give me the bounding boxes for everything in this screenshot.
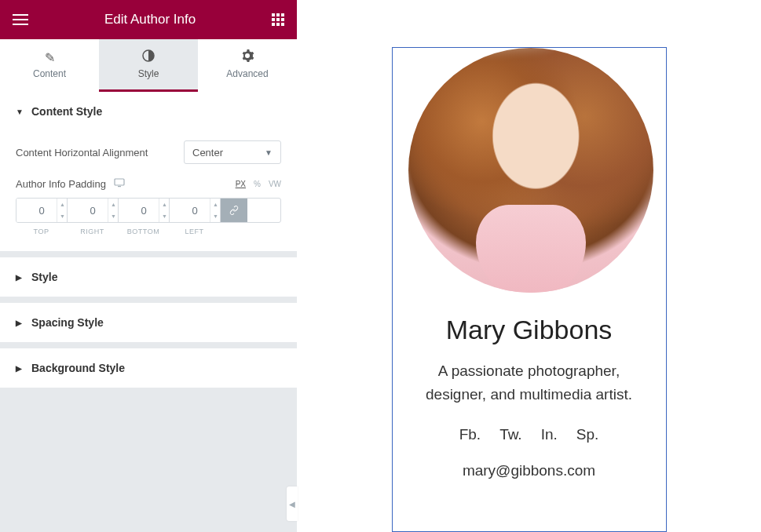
section-style-title: Style — [31, 271, 57, 283]
tab-style-label: Style — [138, 68, 159, 79]
collapse-panel-button[interactable]: ◀ — [287, 486, 298, 521]
dim-label-right: RIGHT — [67, 228, 118, 235]
gear-icon — [241, 49, 254, 65]
alignment-label: Content Horizontal Alignment — [16, 147, 148, 159]
svg-rect-1 — [276, 13, 280, 16]
section-style-header[interactable]: ▶ Style — [0, 257, 297, 297]
section-background-title: Background Style — [31, 362, 125, 374]
link-values-button[interactable] — [221, 199, 247, 222]
spinner-left[interactable]: ▲▼ — [210, 199, 221, 222]
unit-percent[interactable]: % — [254, 180, 261, 188]
tab-style[interactable]: Style — [99, 39, 198, 92]
author-email: mary@gibbons.com — [408, 462, 650, 479]
author-bio: A passionate photographer, designer, and… — [408, 359, 650, 407]
caret-right-icon: ▶ — [16, 364, 22, 373]
svg-rect-5 — [281, 18, 284, 21]
caret-down-icon: ▼ — [16, 107, 22, 116]
social-tw[interactable]: Tw. — [499, 426, 522, 443]
spinner-bottom[interactable]: ▲▼ — [159, 199, 170, 222]
unit-vw[interactable]: VW — [269, 180, 281, 188]
author-avatar — [408, 48, 653, 293]
pencil-icon: ✎ — [45, 50, 55, 65]
contrast-icon — [142, 49, 155, 65]
social-in[interactable]: In. — [541, 426, 558, 443]
panel-title: Edit Author Info — [104, 12, 196, 27]
section-content-style-header[interactable]: ▼ Content Style — [0, 92, 297, 131]
svg-rect-8 — [281, 23, 284, 26]
svg-rect-6 — [272, 23, 275, 26]
svg-rect-2 — [281, 13, 284, 16]
section-spacing-title: Spacing Style — [31, 316, 104, 329]
caret-right-icon: ▶ — [16, 273, 22, 282]
author-name: Mary Gibbons — [408, 315, 650, 345]
dim-label-bottom: BOTTOM — [118, 228, 169, 235]
author-card: Mary Gibbons A passionate photographer, … — [392, 47, 667, 532]
desktop-icon[interactable] — [114, 178, 125, 190]
chevron-down-icon: ▼ — [265, 148, 273, 157]
section-spacing-header[interactable]: ▶ Spacing Style — [0, 303, 297, 342]
dim-label-top: TOP — [16, 228, 67, 235]
apps-grid-icon[interactable] — [272, 13, 284, 26]
section-background-header[interactable]: ▶ Background Style — [0, 348, 297, 388]
hamburger-menu-icon[interactable] — [13, 14, 28, 25]
tab-content[interactable]: ✎ Content — [0, 39, 99, 92]
svg-rect-0 — [272, 13, 275, 16]
tab-content-label: Content — [33, 68, 66, 79]
svg-rect-10 — [115, 179, 124, 185]
spinner-top[interactable]: ▲▼ — [57, 199, 68, 222]
spinner-right[interactable]: ▲▼ — [108, 199, 119, 222]
unit-px[interactable]: PX — [236, 180, 246, 188]
social-sp[interactable]: Sp. — [576, 426, 599, 443]
social-fb[interactable]: Fb. — [459, 426, 481, 443]
tab-advanced-label: Advanced — [226, 68, 268, 79]
alignment-value: Center — [192, 147, 223, 159]
section-content-style-title: Content Style — [31, 105, 102, 118]
svg-rect-7 — [276, 23, 280, 26]
svg-rect-3 — [272, 18, 275, 21]
svg-rect-4 — [276, 18, 280, 21]
dim-label-left: LEFT — [169, 228, 220, 235]
alignment-select[interactable]: Center ▼ — [184, 140, 281, 164]
caret-right-icon: ▶ — [16, 319, 22, 327]
svg-rect-11 — [118, 186, 121, 187]
padding-label: Author Info Padding — [16, 178, 106, 190]
tab-advanced[interactable]: Advanced — [198, 39, 297, 92]
